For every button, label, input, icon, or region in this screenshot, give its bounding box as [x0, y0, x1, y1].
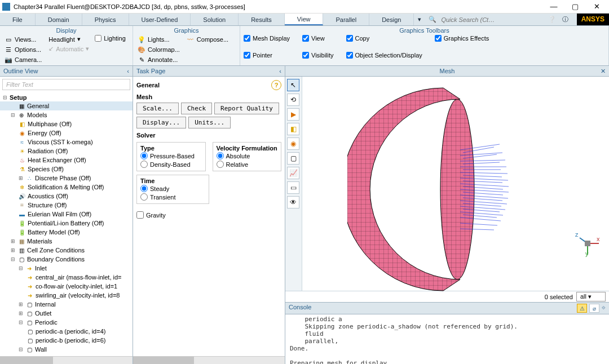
models-icon: ⊕ — [17, 111, 25, 119]
menu-solution[interactable]: Solution — [191, 14, 239, 25]
help-icon[interactable]: ❔ — [546, 16, 558, 23]
menu-dropdown-icon[interactable]: ▾ — [414, 14, 425, 25]
node-batmodel[interactable]: 🔋Battery Model (Off) — [0, 228, 133, 237]
visibility-tool[interactable]: 👁 — [287, 196, 299, 208]
density-radio[interactable]: Density-Based — [140, 160, 202, 168]
box-tool[interactable]: ▢ — [287, 152, 299, 165]
node-models[interactable]: ⊟⊕Models — [0, 110, 133, 119]
node-heatex[interactable]: ♨Heat Exchanger (Off) — [0, 156, 133, 165]
node-inlet[interactable]: ⊟➜Inlet — [0, 264, 133, 273]
console-warning-icon[interactable]: ⚠ — [577, 304, 587, 313]
view-checkbox[interactable]: View — [302, 35, 334, 42]
pointer-tool[interactable]: ↖ — [287, 79, 299, 91]
menu-results[interactable]: Results — [239, 14, 285, 25]
steady-radio[interactable]: Steady — [140, 184, 205, 193]
task-help-icon[interactable]: ? — [271, 80, 281, 90]
mesh-display-checkbox[interactable]: Mesh Display — [244, 35, 290, 42]
node-ewf[interactable]: ▬Eulerian Wall Film (Off) — [0, 210, 133, 219]
scale-button[interactable]: Scale... — [136, 103, 179, 114]
node-pa[interactable]: ▢periodic-a (periodic, id=4) — [0, 327, 133, 336]
lighting-checkbox[interactable]: Lighting — [95, 35, 126, 42]
close-button[interactable]: ✕ — [586, 1, 607, 13]
colormap-button[interactable]: 🎨Colormap... — [136, 45, 181, 54]
outline-collapse-icon[interactable]: ‹ — [127, 68, 129, 74]
display-button[interactable]: Display... — [136, 117, 186, 128]
filter-input[interactable]: Filter Text — [2, 79, 130, 90]
outline-tree[interactable]: ⊟Setup ▦General ⊟⊕Models ◧Multiphase (Of… — [0, 92, 133, 356]
node-energy[interactable]: ◉Energy (Off) — [0, 128, 133, 137]
absolute-radio[interactable]: Absolute — [217, 152, 278, 160]
node-coflow[interactable]: ➜co-flow-air (velocity-inlet, id=1 — [0, 282, 133, 291]
node-viscous[interactable]: ≈Viscous (SST k-omega) — [0, 137, 133, 147]
graphics-canvas[interactable]: x y z — [302, 77, 609, 291]
transient-radio[interactable]: Transient — [140, 193, 205, 201]
graphics-close-icon[interactable]: ✕ — [601, 68, 606, 75]
bc-icon: ▢ — [17, 255, 25, 263]
node-general[interactable]: ▦General — [0, 101, 133, 110]
graphics-effects-checkbox[interactable]: Graphics Effects — [435, 35, 489, 42]
info-icon[interactable]: ⓘ — [560, 15, 571, 24]
rotate-tool[interactable]: ⟲ — [287, 94, 299, 106]
visibility-checkbox[interactable]: Visibility — [302, 52, 334, 59]
menu-parallel[interactable]: Parallel — [323, 14, 369, 25]
units-button[interactable]: Units... — [188, 117, 231, 128]
copy-checkbox[interactable]: Copy — [346, 35, 422, 42]
node-dpm[interactable]: ⊞∴Discrete Phase (Off) — [0, 174, 133, 183]
headlight-button[interactable]: Headlight ▾ — [47, 35, 90, 43]
task-hscroll[interactable] — [133, 356, 285, 364]
node-outlet[interactable]: ⊞▢Outlet — [0, 309, 133, 318]
console-clear-icon[interactable]: ⌀ — [589, 304, 599, 313]
node-setup[interactable]: ⊟Setup — [0, 94, 133, 101]
node-pb[interactable]: ▢periodic-b (periodic, id=6) — [0, 336, 133, 345]
node-cellzone[interactable]: ⊞▥Cell Zone Conditions — [0, 246, 133, 255]
node-materials[interactable]: ⊞▦Materials — [0, 237, 133, 246]
annotate-button[interactable]: ✎Annotate... — [136, 55, 181, 64]
sphere-tool[interactable]: ◉ — [287, 137, 299, 150]
node-multiphase[interactable]: ◧Multiphase (Off) — [0, 119, 133, 128]
node-bc[interactable]: ⊟▢Boundary Conditions — [0, 255, 133, 264]
lights-button[interactable]: 💡Lights... — [136, 35, 181, 44]
menu-user-defined[interactable]: User-Defined — [129, 14, 191, 25]
options-icon: ☰ — [5, 46, 12, 54]
node-solidif[interactable]: ❄Solidification & Melting (Off) — [0, 183, 133, 192]
measure-tool[interactable]: 📈 — [287, 167, 299, 179]
select-tool[interactable]: ▭ — [287, 181, 299, 194]
node-central[interactable]: ➜central_air (mass-flow-inlet, id= — [0, 273, 133, 282]
node-internal[interactable]: ⊞▢Internal — [0, 300, 133, 309]
options-button[interactable]: ☰Options... — [3, 45, 43, 54]
menu-file[interactable]: File — [0, 14, 36, 25]
relative-radio[interactable]: Relative — [217, 160, 278, 168]
node-periodic[interactable]: ⊟▢Periodic — [0, 318, 133, 327]
outline-hscroll[interactable] — [0, 356, 133, 364]
node-acoustics[interactable]: 🔊Acoustics (Off) — [0, 192, 133, 201]
node-wall[interactable]: ⊟▢Wall — [0, 345, 133, 354]
probe-tool[interactable]: ▶ — [287, 108, 299, 121]
node-battery[interactable]: 🔋Potential/Li-ion Battery (Off) — [0, 219, 133, 228]
maximize-button[interactable]: ▢ — [565, 1, 585, 13]
quick-search-input[interactable] — [439, 15, 544, 24]
node-species[interactable]: ⚗Species (Off) — [0, 165, 133, 174]
camera-button[interactable]: 📷Camera... — [3, 55, 43, 64]
node-swirling[interactable]: ➜swirling_air (velocity-inlet, id=8 — [0, 291, 133, 300]
node-structure[interactable]: ⌗Structure (Off) — [0, 201, 133, 210]
minimize-button[interactable]: — — [544, 1, 564, 13]
menu-view[interactable]: View — [285, 14, 324, 25]
menu-domain[interactable]: Domain — [36, 14, 82, 25]
automatic-button[interactable]: ↙ Automatic ▾ — [47, 45, 90, 53]
report-quality-button[interactable]: Report Quality — [214, 103, 279, 114]
console-output[interactable]: periodic a Skipping zone periodic-a_shad… — [285, 314, 609, 364]
menu-design[interactable]: Design — [369, 14, 414, 25]
node-radiation[interactable]: ☀Radiation (Off) — [0, 147, 133, 156]
object-selection-checkbox[interactable]: Object Selection/Display — [346, 52, 422, 59]
gravity-checkbox[interactable]: Gravity — [136, 211, 281, 219]
console-pin-icon[interactable]: ⟐ — [602, 304, 606, 313]
menu-physics[interactable]: Physics — [82, 14, 129, 25]
selection-filter-dropdown[interactable]: all ▾ — [576, 292, 606, 301]
task-collapse-icon[interactable]: ‹ — [279, 68, 281, 74]
views-button[interactable]: ▭Views... — [3, 35, 43, 44]
pressure-radio[interactable]: Pressure-Based — [140, 152, 202, 160]
check-button[interactable]: Check — [181, 103, 212, 114]
zone-tool[interactable]: ◧ — [287, 123, 299, 135]
compose-button[interactable]: 〰Compose... — [186, 35, 230, 44]
pointer-checkbox[interactable]: Pointer — [244, 52, 290, 59]
